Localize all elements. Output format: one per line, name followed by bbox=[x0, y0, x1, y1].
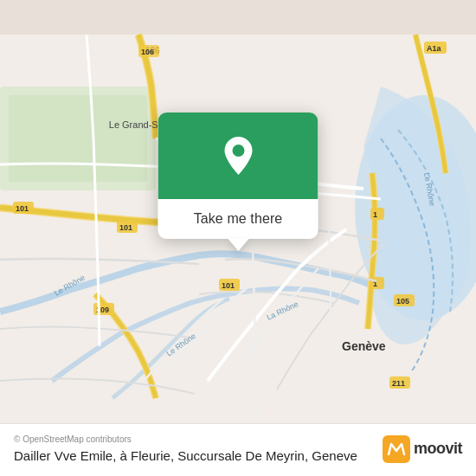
bottom-left: © OpenStreetMap contributors Dailler Vve… bbox=[14, 434, 372, 465]
svg-text:211: 211 bbox=[392, 379, 405, 388]
svg-text:101: 101 bbox=[16, 204, 29, 213]
popup-box: Take me there bbox=[158, 113, 318, 239]
copyright-text: © OpenStreetMap contributors bbox=[14, 434, 372, 444]
svg-text:1: 1 bbox=[373, 210, 377, 219]
location-name: Dailler Vve Emile, à Fleurie, Succursale… bbox=[14, 447, 372, 465]
svg-text:101: 101 bbox=[222, 281, 235, 290]
svg-text:105: 105 bbox=[396, 297, 409, 306]
popup-green-area bbox=[158, 113, 318, 199]
popup-caret bbox=[228, 239, 248, 251]
svg-text:A1a: A1a bbox=[427, 44, 442, 53]
take-me-there-button[interactable]: Take me there bbox=[158, 199, 318, 239]
svg-text:Genève: Genève bbox=[342, 339, 386, 353]
bottom-bar: © OpenStreetMap contributors Dailler Vve… bbox=[0, 423, 476, 477]
svg-text:101: 101 bbox=[119, 223, 132, 232]
map-container: 106 106 101 101 101 109 105 211 1 1 bbox=[0, 0, 476, 476]
moovit-logo: moovit bbox=[383, 435, 462, 463]
moovit-brand-text: moovit bbox=[414, 440, 462, 458]
svg-text:106: 106 bbox=[141, 48, 154, 56]
popup-card: Take me there bbox=[158, 113, 318, 251]
moovit-brand-icon bbox=[383, 435, 410, 463]
svg-rect-3 bbox=[9, 95, 147, 182]
svg-point-31 bbox=[232, 145, 244, 157]
location-pin-icon bbox=[221, 135, 255, 177]
